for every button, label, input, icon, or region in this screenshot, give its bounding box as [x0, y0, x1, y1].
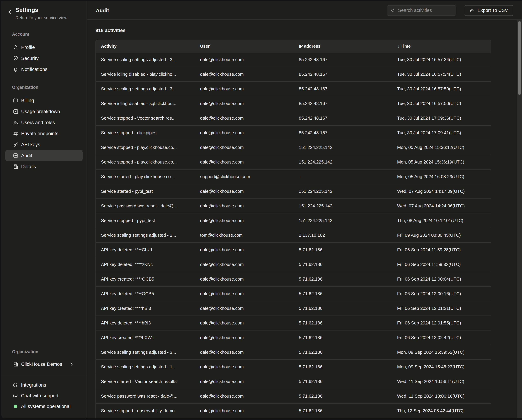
user-cell: dale@clickhouse.com	[195, 286, 294, 301]
time-cell: Tue, 30 Jul 2024 17:09:41(UTC)	[392, 125, 491, 140]
audit-table: Activity User IP address ↓Time Service s…	[95, 40, 491, 418]
user-cell: dale@clickhouse.com	[195, 81, 294, 96]
table-row: Service stopped - play.clickhouse.co... …	[96, 140, 491, 155]
ip-cell: 5.71.62.186	[294, 242, 392, 257]
puzzle-icon	[13, 382, 18, 388]
ip-cell: 85.242.48.167	[294, 81, 392, 96]
user-cell: dale@clickhouse.com	[195, 184, 294, 198]
activity-cell: API key created: ****hBl3	[96, 301, 195, 316]
ip-cell: 5.71.62.186	[294, 301, 392, 316]
key-icon	[13, 142, 19, 148]
activity-cell: Service scaling settings adjusted - 3...	[96, 345, 195, 359]
back-button[interactable]	[7, 9, 13, 15]
search-box[interactable]	[387, 5, 456, 16]
table-row: Service scaling settings adjusted - 3...…	[96, 345, 491, 359]
ip-cell: -	[294, 169, 392, 184]
column-header-time-label: Time	[401, 44, 411, 48]
sidebar-item-billing[interactable]: Billing	[5, 95, 83, 106]
column-header-user[interactable]: User	[195, 40, 294, 52]
time-cell: Thu, 08 Aug 2024 10:12:01(UTC)	[392, 213, 491, 228]
footer-item-label: Integrations	[21, 382, 46, 388]
user-cell: dale@clickhouse.com	[195, 316, 294, 330]
user-cell: dale@clickhouse.com	[195, 403, 294, 418]
ip-cell: 5.71.62.186	[294, 286, 392, 301]
column-header-ip[interactable]: IP address	[294, 40, 392, 52]
sidebar-item-private-endpoints[interactable]: Private endpoints	[5, 128, 83, 139]
time-cell: Mon, 05 Aug 2024 16:08:23(UTC)	[392, 169, 491, 184]
user-cell: dale@clickhouse.com	[195, 330, 294, 345]
building-icon	[13, 361, 19, 367]
table-row: Service idling disabled - play.clickho..…	[96, 67, 491, 81]
sidebar-item-label: Private endpoints	[21, 131, 58, 136]
users-icon	[13, 120, 19, 125]
vertical-scrollbar-thumb[interactable]	[518, 21, 521, 95]
activity-cell: API key created: ****OCB5	[96, 272, 195, 286]
time-cell: Tue, 30 Jul 2024 16:57:50(UTC)	[392, 96, 491, 111]
sidebar-item-security[interactable]: Security	[5, 53, 83, 64]
wallet-icon	[13, 98, 19, 103]
table-row: Service started - pypi_test dale@clickho…	[96, 184, 491, 198]
user-cell: dale@clickhouse.com	[195, 272, 294, 286]
ip-cell: 85.242.48.167	[294, 125, 392, 140]
organization-section-label: Organization	[1, 85, 86, 90]
time-cell: Fri, 06 Sep 2024 12:02:42(UTC)	[392, 330, 491, 345]
organization-switcher[interactable]: ClickHouse Demos	[5, 359, 83, 370]
sidebar-item-profile[interactable]: Profile	[5, 42, 83, 53]
activity-cell: Service stopped - clickpipes	[96, 125, 195, 140]
sidebar-title: Settings	[15, 7, 86, 13]
main-panel: Audit Export To CSV 918 activities	[87, 1, 522, 418]
sidebar-item-details[interactable]: Details	[5, 161, 83, 172]
ip-cell: 5.71.62.186	[294, 330, 392, 345]
table-row: API key deleted: ****hBl3 dale@clickhous…	[96, 316, 491, 330]
activity-cell: Service idling disabled - play.clickho..…	[96, 67, 195, 81]
user-cell: dale@clickhouse.com	[195, 198, 294, 213]
activity-cell: Service started - play.clickhouse.co...	[96, 169, 195, 184]
swap-arrows-icon	[13, 131, 19, 137]
ip-cell: 5.71.62.186	[294, 257, 392, 272]
ip-cell: 85.242.48.167	[294, 52, 392, 67]
vertical-scrollbar-track[interactable]	[517, 20, 522, 418]
table-row: Service password was reset - dale@... da…	[96, 198, 491, 213]
sidebar-item-label: API keys	[21, 142, 40, 147]
chat-with-support-link[interactable]: Chat with support	[5, 390, 83, 401]
person-icon	[13, 44, 19, 50]
audit-pulse-icon	[13, 153, 19, 159]
table-row: API key deleted: ****CbzJ dale@clickhous…	[96, 242, 491, 257]
integrations-link[interactable]: Integrations	[5, 380, 83, 390]
sidebar-item-usage-breakdown[interactable]: Usage breakdown	[5, 106, 83, 117]
account-section-label: Account	[1, 32, 86, 37]
activity-cell: API key deleted: ****hBl3	[96, 316, 195, 330]
export-share-icon	[469, 8, 475, 13]
sidebar-item-label: Users and roles	[21, 120, 55, 125]
sidebar-item-audit[interactable]: Audit	[5, 150, 83, 161]
table-row: API key created: ****hBl3 dale@clickhous…	[96, 301, 491, 316]
export-to-csv-button[interactable]: Export To CSV	[464, 5, 513, 16]
sidebar-item-label: Security	[21, 56, 38, 61]
sidebar-item-label: Details	[21, 164, 36, 169]
sidebar-header: Settings Return to your service view	[1, 7, 86, 20]
column-header-activity[interactable]: Activity	[96, 40, 195, 52]
sidebar-footer: Integrations Chat with support All syste…	[1, 375, 86, 418]
ip-cell: 2.137.10.102	[294, 228, 392, 242]
chart-icon	[13, 109, 19, 115]
page-title: Audit	[96, 8, 109, 13]
time-cell: Tue, 30 Jul 2024 17:09:36(UTC)	[392, 111, 491, 125]
building-icon	[13, 164, 19, 170]
system-status-link[interactable]: All systems operational	[5, 401, 83, 412]
user-cell: tom@clickhouse.com	[195, 228, 294, 242]
time-cell: Wed, 11 Sep 2024 18:06:16(UTC)	[392, 389, 491, 403]
sidebar-item-notifications[interactable]: Notifications	[5, 64, 83, 75]
activity-cell: Service stopped - play.clickhouse.co...	[96, 155, 195, 169]
table-row: API key deleted: ****2KNc dale@clickhous…	[96, 257, 491, 272]
sidebar-item-users-and-roles[interactable]: Users and roles	[5, 117, 83, 128]
search-input[interactable]	[398, 8, 452, 13]
page-header: Audit Export To CSV	[87, 1, 522, 20]
activity-cell: Service idling disabled - sql.clickhou..…	[96, 96, 195, 111]
sidebar-item-api-keys[interactable]: API keys	[5, 139, 83, 150]
activity-cell: Service scaling settings adjusted - 3...	[96, 52, 195, 67]
column-header-time[interactable]: ↓Time	[392, 40, 491, 52]
activity-cell: Service started - Vector search results	[96, 374, 195, 389]
time-cell: Fri, 06 Sep 2024 12:01:55(UTC)	[392, 316, 491, 330]
table-row: Service scaling settings adjusted - 2...…	[96, 228, 491, 242]
user-cell: dale@clickhouse.com	[195, 67, 294, 81]
